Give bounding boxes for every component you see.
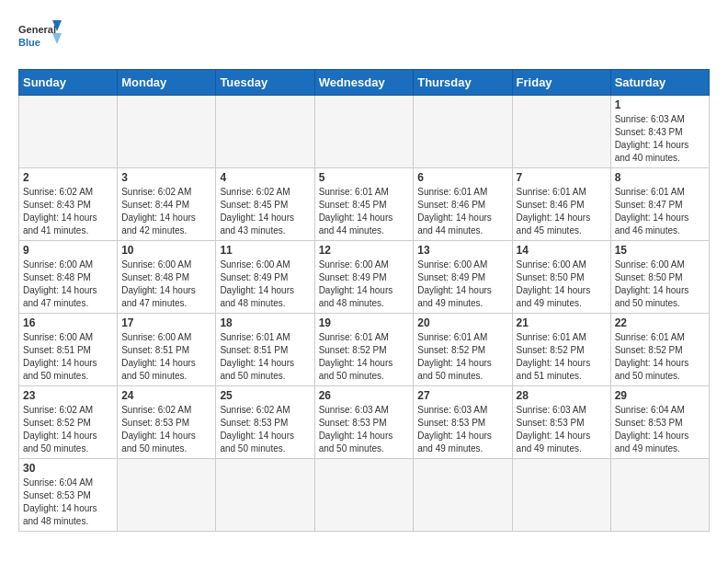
day-info: Sunrise: 6:01 AM Sunset: 8:52 PM Dayligh… (417, 331, 507, 383)
day-number: 15 (615, 244, 705, 257)
day-header-sunday: Sunday (19, 70, 118, 96)
svg-marker-3 (52, 33, 62, 44)
day-info: Sunrise: 6:03 AM Sunset: 8:53 PM Dayligh… (319, 404, 410, 455)
day-number: 25 (220, 389, 310, 402)
day-number: 27 (417, 389, 507, 402)
day-header-monday: Monday (118, 70, 216, 96)
day-info: Sunrise: 6:01 AM Sunset: 8:51 PM Dayligh… (220, 331, 310, 383)
logo-svg: General Blue (18, 18, 64, 60)
calendar-week-0: 1Sunrise: 6:03 AM Sunset: 8:43 PM Daylig… (19, 96, 710, 168)
day-number: 6 (417, 171, 507, 184)
calendar-cell: 7Sunrise: 6:01 AM Sunset: 8:46 PM Daylig… (512, 168, 610, 241)
day-info: Sunrise: 6:02 AM Sunset: 8:44 PM Dayligh… (121, 186, 211, 237)
day-info: Sunrise: 6:00 AM Sunset: 8:50 PM Dayligh… (517, 259, 607, 310)
day-info: Sunrise: 6:01 AM Sunset: 8:46 PM Dayligh… (417, 186, 507, 237)
day-number: 28 (517, 389, 607, 402)
day-number: 22 (615, 316, 705, 329)
calendar-cell (314, 96, 414, 168)
calendar-cell (414, 96, 512, 168)
day-info: Sunrise: 6:01 AM Sunset: 8:46 PM Dayligh… (517, 186, 607, 237)
day-number: 17 (121, 316, 211, 329)
day-info: Sunrise: 6:01 AM Sunset: 8:47 PM Dayligh… (615, 186, 705, 237)
calendar-cell (610, 459, 709, 532)
day-info: Sunrise: 6:00 AM Sunset: 8:49 PM Dayligh… (319, 259, 410, 310)
calendar-cell (414, 459, 512, 532)
day-info: Sunrise: 6:02 AM Sunset: 8:43 PM Dayligh… (23, 186, 113, 237)
day-info: Sunrise: 6:01 AM Sunset: 8:52 PM Dayligh… (319, 331, 410, 383)
day-number: 5 (319, 171, 410, 184)
calendar-cell (118, 459, 216, 532)
svg-text:General: General (18, 24, 56, 35)
day-number: 13 (417, 244, 507, 257)
day-info: Sunrise: 6:00 AM Sunset: 8:50 PM Dayligh… (615, 259, 705, 310)
day-number: 16 (23, 316, 113, 329)
day-info: Sunrise: 6:00 AM Sunset: 8:51 PM Dayligh… (121, 331, 211, 383)
calendar-cell: 2Sunrise: 6:02 AM Sunset: 8:43 PM Daylig… (19, 168, 118, 241)
day-number: 7 (517, 171, 607, 184)
day-header-thursday: Thursday (414, 70, 512, 96)
day-header-saturday: Saturday (610, 70, 709, 96)
calendar: SundayMondayTuesdayWednesdayThursdayFrid… (18, 69, 710, 532)
calendar-header-row: SundayMondayTuesdayWednesdayThursdayFrid… (19, 70, 710, 96)
calendar-cell: 12Sunrise: 6:00 AM Sunset: 8:49 PM Dayli… (314, 241, 414, 314)
calendar-week-5: 30Sunrise: 6:04 AM Sunset: 8:53 PM Dayli… (19, 459, 710, 532)
day-info: Sunrise: 6:03 AM Sunset: 8:43 PM Dayligh… (615, 113, 705, 165)
calendar-cell (19, 96, 118, 168)
calendar-cell: 21Sunrise: 6:01 AM Sunset: 8:52 PM Dayli… (512, 314, 610, 386)
calendar-cell: 13Sunrise: 6:00 AM Sunset: 8:49 PM Dayli… (414, 241, 512, 314)
day-number: 2 (23, 171, 113, 184)
day-number: 9 (23, 244, 113, 257)
calendar-cell: 18Sunrise: 6:01 AM Sunset: 8:51 PM Dayli… (216, 314, 314, 386)
calendar-week-4: 23Sunrise: 6:02 AM Sunset: 8:52 PM Dayli… (19, 386, 710, 459)
day-info: Sunrise: 6:02 AM Sunset: 8:52 PM Dayligh… (23, 404, 113, 455)
calendar-cell (216, 459, 314, 532)
calendar-cell (118, 96, 216, 168)
day-number: 3 (121, 171, 211, 184)
calendar-cell: 29Sunrise: 6:04 AM Sunset: 8:53 PM Dayli… (610, 386, 709, 459)
day-header-friday: Friday (512, 70, 610, 96)
calendar-cell: 19Sunrise: 6:01 AM Sunset: 8:52 PM Dayli… (314, 314, 414, 386)
day-info: Sunrise: 6:03 AM Sunset: 8:53 PM Dayligh… (417, 404, 507, 455)
day-number: 1 (615, 98, 705, 111)
day-number: 20 (417, 316, 507, 329)
day-info: Sunrise: 6:01 AM Sunset: 8:52 PM Dayligh… (615, 331, 705, 383)
calendar-cell (216, 96, 314, 168)
day-number: 24 (121, 389, 211, 402)
calendar-week-2: 9Sunrise: 6:00 AM Sunset: 8:48 PM Daylig… (19, 241, 710, 314)
calendar-cell: 17Sunrise: 6:00 AM Sunset: 8:51 PM Dayli… (118, 314, 216, 386)
day-number: 29 (615, 389, 705, 402)
day-number: 8 (615, 171, 705, 184)
day-info: Sunrise: 6:00 AM Sunset: 8:48 PM Dayligh… (23, 259, 113, 310)
day-number: 11 (220, 244, 310, 257)
day-number: 14 (517, 244, 607, 257)
header: General Blue (18, 18, 710, 60)
calendar-cell: 10Sunrise: 6:00 AM Sunset: 8:48 PM Dayli… (118, 241, 216, 314)
day-info: Sunrise: 6:01 AM Sunset: 8:52 PM Dayligh… (517, 331, 607, 383)
calendar-week-1: 2Sunrise: 6:02 AM Sunset: 8:43 PM Daylig… (19, 168, 710, 241)
day-number: 26 (319, 389, 410, 402)
day-info: Sunrise: 6:04 AM Sunset: 8:53 PM Dayligh… (615, 404, 705, 455)
day-number: 19 (319, 316, 410, 329)
calendar-cell: 5Sunrise: 6:01 AM Sunset: 8:45 PM Daylig… (314, 168, 414, 241)
day-number: 30 (23, 462, 113, 475)
day-number: 18 (220, 316, 310, 329)
day-number: 21 (517, 316, 607, 329)
svg-text:Blue: Blue (18, 37, 40, 48)
calendar-cell: 1Sunrise: 6:03 AM Sunset: 8:43 PM Daylig… (610, 96, 709, 168)
calendar-cell: 16Sunrise: 6:00 AM Sunset: 8:51 PM Dayli… (19, 314, 118, 386)
calendar-cell: 4Sunrise: 6:02 AM Sunset: 8:45 PM Daylig… (216, 168, 314, 241)
day-header-tuesday: Tuesday (216, 70, 314, 96)
calendar-cell: 8Sunrise: 6:01 AM Sunset: 8:47 PM Daylig… (610, 168, 709, 241)
day-info: Sunrise: 6:03 AM Sunset: 8:53 PM Dayligh… (517, 404, 607, 455)
day-info: Sunrise: 6:00 AM Sunset: 8:48 PM Dayligh… (121, 259, 211, 310)
day-number: 10 (121, 244, 211, 257)
day-number: 4 (220, 171, 310, 184)
calendar-cell: 14Sunrise: 6:00 AM Sunset: 8:50 PM Dayli… (512, 241, 610, 314)
day-info: Sunrise: 6:00 AM Sunset: 8:49 PM Dayligh… (417, 259, 507, 310)
calendar-cell: 22Sunrise: 6:01 AM Sunset: 8:52 PM Dayli… (610, 314, 709, 386)
calendar-cell: 20Sunrise: 6:01 AM Sunset: 8:52 PM Dayli… (414, 314, 512, 386)
calendar-cell (314, 459, 414, 532)
day-info: Sunrise: 6:04 AM Sunset: 8:53 PM Dayligh… (23, 477, 113, 528)
day-info: Sunrise: 6:02 AM Sunset: 8:53 PM Dayligh… (121, 404, 211, 455)
day-info: Sunrise: 6:00 AM Sunset: 8:49 PM Dayligh… (220, 259, 310, 310)
